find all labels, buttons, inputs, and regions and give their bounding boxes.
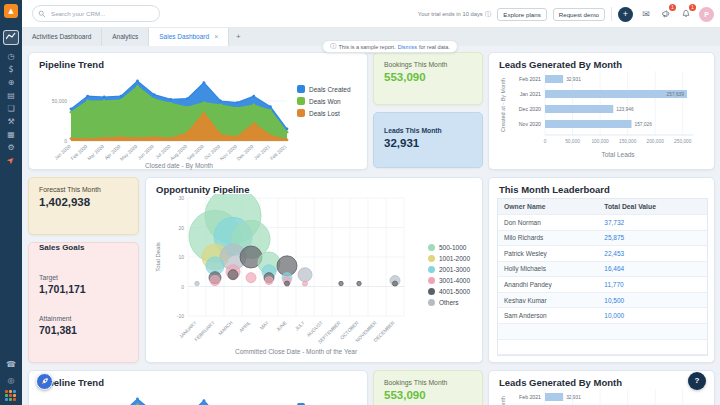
svg-text:Nov 2020: Nov 2020 bbox=[219, 144, 238, 162]
sales-goals-heading: Sales Goals bbox=[39, 243, 128, 252]
bookings-title: Bookings This Month bbox=[384, 61, 472, 68]
forecast-kpi-card: Forecast This Month 1,402,938 bbox=[28, 177, 139, 235]
deal-value-link[interactable]: 10,500 bbox=[598, 297, 707, 304]
legend-swatch bbox=[428, 244, 435, 251]
owner-name-cell: Keshav Kumar bbox=[498, 297, 598, 304]
bookings-value: 553,090 bbox=[384, 71, 472, 83]
table-row: Milo Richards25,875 bbox=[498, 231, 707, 247]
legend-label: Deals Created bbox=[309, 86, 351, 93]
mail-icon[interactable]: ✉ bbox=[639, 7, 653, 21]
leads-this-month-title: Leads This Month bbox=[384, 127, 472, 134]
pipeline-trend-chart-2[interactable]: 050,000Jan 2020Feb 2020Mar 2020Apr 2020M… bbox=[41, 389, 293, 405]
svg-text:Closed date - By Month: Closed date - By Month bbox=[145, 162, 213, 170]
help-button[interactable]: ? bbox=[688, 372, 706, 390]
tab-close-icon[interactable]: × bbox=[214, 28, 218, 46]
explore-plans-button[interactable]: Explore plans bbox=[497, 8, 547, 21]
sidebar-item-phone-icon[interactable]: ☎ bbox=[0, 358, 22, 371]
sidebar-item-globe-icon[interactable]: ⊕ bbox=[0, 76, 22, 89]
opportunity-pipeline-chart[interactable]: 3020100-10JANUARYFEBRUARYMARCHAPRILMAYJU… bbox=[152, 194, 426, 360]
svg-text:0: 0 bbox=[64, 138, 67, 144]
svg-text:MAY: MAY bbox=[259, 320, 270, 331]
dismiss-link[interactable]: Dismiss bbox=[398, 44, 417, 50]
table-row: Patrick Wesley22,453 bbox=[498, 246, 707, 262]
notice-info-icon: ⓘ bbox=[330, 42, 337, 51]
table-row: Don Norman37,732 bbox=[498, 215, 707, 231]
svg-text:JULY: JULY bbox=[294, 320, 306, 332]
crm-logo-icon[interactable]: ▲ bbox=[4, 4, 18, 18]
announcements-icon[interactable]: 1 bbox=[659, 7, 673, 21]
svg-text:50,000: 50,000 bbox=[52, 98, 68, 104]
svg-text:Feb 2021: Feb 2021 bbox=[519, 394, 541, 400]
topbar-divider bbox=[611, 7, 612, 21]
legend-item: 1001-2000 bbox=[428, 255, 470, 262]
sidebar-item-headset-icon[interactable]: ◎ bbox=[0, 374, 22, 387]
svg-text:MARCH: MARCH bbox=[218, 320, 234, 336]
tab-label: Activities Dashboard bbox=[32, 28, 91, 46]
owner-name-cell: Milo Richards bbox=[498, 234, 598, 241]
search-input[interactable] bbox=[32, 5, 160, 22]
tab-analytics[interactable]: Analytics bbox=[102, 28, 149, 46]
legend-swatch bbox=[428, 277, 435, 284]
leads-generated-card: Leads Generated By Month 050,000100,0001… bbox=[488, 52, 715, 170]
svg-text:Nov 2020: Nov 2020 bbox=[519, 121, 541, 127]
topbar-right-cluster: Your trial ends in 10 days ⓘ Explore pla… bbox=[418, 0, 714, 28]
owner-name-cell: Don Norman bbox=[498, 219, 598, 226]
legend-label: 4001-5000 bbox=[439, 288, 470, 295]
deal-value-link[interactable]: 16,464 bbox=[598, 265, 707, 272]
legend-item: 3001-4000 bbox=[428, 277, 470, 284]
user-avatar[interactable]: P bbox=[699, 7, 714, 22]
app-grid-icon[interactable] bbox=[5, 390, 16, 401]
legend-swatch bbox=[297, 85, 305, 93]
svg-text:Jan 2021: Jan 2021 bbox=[520, 91, 541, 97]
forecast-title: Forecast This Month bbox=[39, 186, 128, 193]
svg-text:-10: -10 bbox=[177, 313, 184, 319]
deal-value-link[interactable]: 25,875 bbox=[598, 234, 707, 241]
sidebar-item-clock-icon[interactable]: ◷ bbox=[0, 50, 22, 63]
svg-text:JUNE: JUNE bbox=[275, 320, 287, 332]
bookings-title-2: Bookings This Month bbox=[384, 379, 472, 386]
tab-sales-dashboard[interactable]: Sales Dashboard× bbox=[149, 28, 229, 46]
deal-value-link[interactable]: 37,732 bbox=[598, 219, 707, 226]
legend-item: 2001-3000 bbox=[428, 266, 470, 273]
svg-text:Total Leads: Total Leads bbox=[601, 151, 635, 158]
sidebar-item-chat-icon[interactable]: ❏ bbox=[0, 102, 22, 115]
zia-assistant-fab[interactable] bbox=[36, 373, 53, 390]
pipeline-trend-title: Pipeline Trend bbox=[39, 59, 104, 70]
leads-generated-chart-2[interactable]: 050,000100,000150,000200,000250,000Feb 2… bbox=[495, 387, 708, 405]
leaderboard-header-row: Owner NameTotal Deal Value bbox=[498, 199, 707, 215]
bookings-value-2: 553,090 bbox=[384, 389, 472, 401]
pipeline-trend-chart[interactable]: 050,000Jan 2020Feb 2020Mar 2020Apr 2020M… bbox=[41, 71, 293, 171]
table-row: Keshav Kumar10,500 bbox=[498, 293, 707, 309]
tab-label: Sales Dashboard bbox=[159, 28, 209, 46]
tab-activities-dashboard[interactable]: Activities Dashboard bbox=[22, 28, 102, 46]
svg-text:0: 0 bbox=[544, 139, 547, 144]
trial-info-icon[interactable]: ⓘ bbox=[485, 10, 492, 19]
quick-create-button[interactable]: + bbox=[618, 7, 633, 22]
pipeline-trend-card-2: Pipeline Trend 050,000Jan 2020Feb 2020Ma… bbox=[28, 370, 368, 405]
sidebar-item-money-icon[interactable]: $ bbox=[0, 63, 22, 76]
svg-text:250,000: 250,000 bbox=[674, 139, 692, 144]
deal-value-link[interactable]: 10,000 bbox=[598, 312, 707, 319]
sidebar-item-document-icon[interactable]: ▤ bbox=[0, 89, 22, 102]
opportunity-pipeline-card: Opportunity Pipeline 3020100-10JANUARYFE… bbox=[145, 177, 483, 363]
add-tab-button[interactable]: + bbox=[229, 28, 247, 46]
deal-value-link[interactable]: 11,770 bbox=[598, 281, 707, 288]
sidebar-item-tools-icon[interactable]: ⚒ bbox=[0, 115, 22, 128]
svg-text:100,000: 100,000 bbox=[591, 139, 609, 144]
svg-text:157,026: 157,026 bbox=[635, 122, 653, 127]
legend-swatch bbox=[428, 299, 435, 306]
search-icon bbox=[38, 10, 46, 18]
leads-this-month-value: 32,931 bbox=[384, 137, 472, 149]
svg-text:Jan 2020: Jan 2020 bbox=[54, 144, 72, 161]
svg-text:Total Deals: Total Deals bbox=[155, 242, 161, 272]
notifications-bell-icon[interactable]: 1 bbox=[679, 7, 693, 21]
sidebar-item-calendar-icon[interactable]: ▦ bbox=[0, 128, 22, 141]
legend-swatch bbox=[428, 288, 435, 295]
request-demo-button[interactable]: Request demo bbox=[553, 8, 605, 21]
deal-value-link[interactable]: 22,453 bbox=[598, 250, 707, 257]
leads-generated-chart[interactable]: 050,000100,000150,000200,000250,000Feb 2… bbox=[495, 69, 708, 169]
sales-goals-card: Sales Goals Target 1,701,171 Attainment … bbox=[28, 242, 139, 363]
leaderboard-table: Owner NameTotal Deal ValueDon Norman37,7… bbox=[497, 198, 708, 356]
sidebar-item-dashboard-icon[interactable] bbox=[3, 30, 19, 45]
legend-item: 4001-5000 bbox=[428, 288, 470, 295]
